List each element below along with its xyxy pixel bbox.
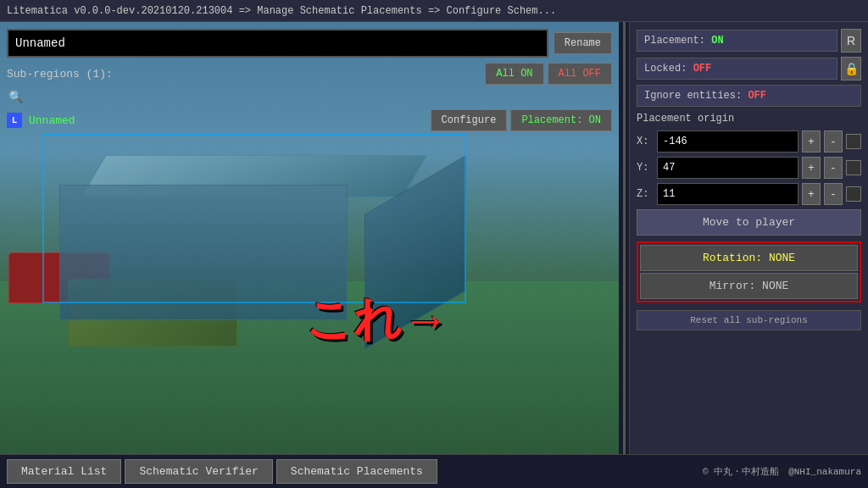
y-plus-button[interactable]: + [802, 157, 821, 179]
locked-status: OFF [693, 63, 712, 75]
highlight-box: Rotation: NONE Mirror: NONE [637, 241, 861, 302]
right-panel: Placement: ON R Locked: OFF 🔒 Ignore ent… [629, 22, 868, 454]
rotation-button[interactable]: Rotation: NONE [640, 245, 858, 271]
x-input[interactable] [657, 130, 798, 152]
all-btn-row: All ON All OFF [485, 63, 612, 85]
z-minus-button[interactable]: - [824, 183, 843, 205]
x-label: X: [637, 136, 654, 147]
left-panel: Rename Sub-regions (1): All ON All OFF 🔍… [0, 22, 619, 454]
configure-button[interactable]: Configure [431, 109, 508, 131]
overlay-grid [42, 134, 466, 303]
y-label: Y: [637, 162, 654, 174]
y-checkbox[interactable] [846, 160, 861, 175]
region-buttons: Configure Placement: ON [431, 109, 612, 131]
name-input[interactable] [7, 29, 548, 58]
rename-button[interactable]: Rename [554, 32, 612, 54]
y-coord-row: Y: + - [637, 157, 861, 179]
ignore-entities-label: Ignore entities: OFF [637, 85, 861, 107]
schematic-verifier-button[interactable]: Schematic Verifier [125, 459, 272, 484]
x-minus-button[interactable]: - [824, 130, 843, 152]
ignore-entities-text: Ignore entities: [644, 90, 742, 102]
panel-divider [619, 22, 629, 454]
title-bar: Litematica v0.0.0-dev.20210120.213004 =>… [0, 0, 868, 22]
all-on-button[interactable]: All ON [485, 63, 543, 85]
sub-regions-row: Sub-regions (1): All ON All OFF [7, 63, 612, 85]
x-coord-row: X: + - [637, 130, 861, 152]
title-text: Litematica v0.0.0-dev.20210120.213004 =>… [7, 5, 556, 17]
locked-row: Locked: OFF 🔒 [637, 57, 861, 80]
ignore-entities-row: Ignore entities: OFF [637, 85, 861, 107]
z-coord-row: Z: + - [637, 183, 861, 205]
placement-toggle[interactable]: Placement: ON [510, 109, 612, 131]
ignore-entities-status: OFF [748, 90, 766, 102]
mirror-button[interactable]: Mirror: NONE [640, 273, 858, 299]
block-structure [42, 134, 466, 303]
all-off-button[interactable]: All OFF [548, 63, 612, 85]
left-ui: Rename Sub-regions (1): All ON All OFF 🔍… [0, 22, 619, 138]
sub-regions-label: Sub-regions (1): [7, 68, 113, 80]
material-list-button[interactable]: Material List [7, 459, 121, 484]
z-checkbox[interactable] [846, 186, 861, 202]
reset-sub-regions-button[interactable]: Reset all sub-regions [637, 310, 861, 330]
z-plus-button[interactable]: + [802, 183, 821, 205]
main-content: Rename Sub-regions (1): All ON All OFF 🔍… [0, 22, 868, 454]
region-name: Unnamed [29, 114, 75, 127]
bottom-bar: Material List Schematic Verifier Schemat… [0, 454, 868, 488]
z-label: Z: [637, 188, 654, 200]
divider-line [623, 22, 626, 454]
locked-label: Locked: OFF [637, 58, 837, 80]
placement-status-label: Placement: ON [637, 30, 837, 52]
y-minus-button[interactable]: - [824, 157, 843, 179]
x-checkbox[interactable] [846, 134, 861, 149]
z-input[interactable] [657, 183, 798, 205]
placement-row: Placement: ON R [637, 29, 861, 53]
placement-label-text: Placement: [644, 35, 705, 47]
copyright-text: © 中丸・中村造船 @NHI_nakamura [703, 465, 861, 478]
region-list: L Unnamed Configure Placement: ON [7, 109, 612, 131]
locked-label-text: Locked: [644, 63, 687, 75]
lock-icon: 🔒 [841, 57, 861, 80]
move-to-player-button[interactable]: Move to player [637, 209, 861, 236]
region-type-icon: L [7, 113, 22, 128]
y-input[interactable] [657, 157, 798, 179]
region-item: L Unnamed Configure Placement: ON [7, 109, 612, 131]
schematic-placements-button[interactable]: Schematic Placements [276, 459, 437, 484]
search-icon: 🔍 [7, 88, 612, 106]
top-row: Rename [7, 29, 612, 58]
x-plus-button[interactable]: + [802, 130, 821, 152]
origin-title: Placement origin [637, 111, 861, 126]
placement-status: ON [711, 35, 723, 47]
r-button[interactable]: R [841, 29, 861, 53]
